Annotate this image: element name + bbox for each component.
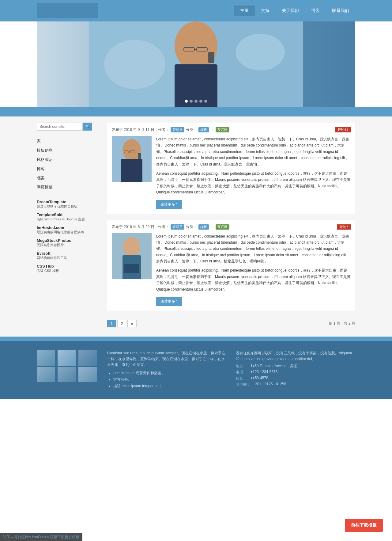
page-btn-next[interactable]: »	[127, 320, 136, 327]
article-2-meta: 发布于 2016 年 8 月 29 日，作者： 管理员 分类： 模板 ， 互联网…	[112, 224, 351, 230]
gallery-item-3[interactable]	[78, 350, 97, 366]
article-1-tag-sep: ，	[210, 127, 214, 132]
main-container: 🔍 家 模板信息 风格演示 博客 档案 网页模板 DreamTemplate 超…	[0, 116, 392, 337]
article-1-comment-count[interactable]: 评论11	[335, 127, 351, 132]
nav-item-home[interactable]: 主页	[234, 6, 255, 16]
article-2-date: 发布于 2016 年 8 月 29 日，作者：	[112, 224, 169, 230]
article-1: 发布于 2018 年 9 月 11 日，作者： 管理员 分类： 模板 ， 互联网…	[107, 123, 355, 214]
article-2-author-tag[interactable]: 管理员	[171, 224, 184, 230]
search-icon: 🔍	[85, 124, 90, 129]
search-input[interactable]	[37, 123, 83, 131]
gallery-item-6[interactable]	[78, 367, 97, 382]
nav-item-contact[interactable]: 联系我们	[326, 6, 355, 16]
sidebar-item-archive[interactable]: 档案	[37, 173, 98, 183]
hero-dot-4[interactable]	[199, 100, 202, 103]
sidebar-link-subtitle-2: 经济实惠的网络托管服务提供商	[37, 230, 98, 234]
article-2-read-more[interactable]: 阅读更多 "	[156, 297, 182, 306]
page-btn-1[interactable]: 1	[107, 320, 116, 327]
sidebar-link-megastock: MegaStockPhotos 无限精彩库存照片	[37, 238, 98, 247]
footer-list-item-1: 官方旁外。	[113, 377, 227, 382]
article-2-tag-sep: ，	[210, 224, 214, 230]
sidebar-link-subtitle-5: 高级 CSS 模板	[37, 269, 98, 273]
search-box: 🔍	[37, 123, 98, 131]
article-1-body: Lorem ipsum dolor sit amet，consectetuer …	[112, 136, 351, 209]
gallery-item-1[interactable]	[37, 350, 55, 366]
footer-contact-intro: 没有任何东西可以破坏，没有三叉戟，没有十字架，没有智慧。Aliquam 和 qu…	[236, 350, 355, 362]
page-btn-2[interactable]: 2	[117, 320, 126, 327]
hero-dot-5[interactable]	[204, 100, 207, 103]
svg-point-8	[104, 40, 165, 89]
sidebar-item-blog[interactable]: 博客	[37, 164, 98, 173]
article-1-para1: Lorem ipsum dolor sit amet，consectetuer …	[156, 136, 351, 167]
article-2-cat-label: 分类：	[186, 224, 197, 230]
footer-gallery	[37, 350, 98, 390]
search-button[interactable]: 🔍	[83, 123, 92, 131]
header: 主页 支持 关于我们 博客 联系我们	[0, 0, 392, 21]
svg-rect-14	[138, 153, 141, 159]
sidebar-link-templatesold: TemplateSold 高级 WordPress 和 Joomla 主题	[37, 212, 98, 222]
sidebar-item-web-template[interactable]: 网页模板	[37, 183, 98, 192]
footer-other-value: +301 - 0125 - 01258	[253, 382, 286, 387]
article-2-tag-internet[interactable]: 互联网	[216, 224, 229, 230]
article-2-tag-template[interactable]: 模板	[198, 224, 209, 230]
footer-fax-value: +458-4578	[251, 376, 268, 381]
footer-other-row: 其他的： +301 - 0125 - 01258	[236, 382, 355, 387]
article-1-text: Lorem ipsum dolor sit amet，consectetuer …	[156, 136, 351, 209]
article-1-tag-internet[interactable]: 互联网	[216, 127, 229, 132]
footer-fax-label: 传真：	[236, 376, 248, 381]
footer-gallery-grid	[37, 350, 98, 382]
hero-dot-2[interactable]	[190, 100, 193, 103]
sidebar-link-subtitle-1: 高级 WordPress 和 Joomla 主题	[37, 217, 98, 222]
article-2: 发布于 2016 年 8 月 29 日，作者： 管理员 分类： 模板 ， 互联网…	[107, 220, 355, 311]
article-1-author-tag[interactable]: 管理员	[171, 127, 184, 132]
svg-point-2	[175, 21, 217, 70]
article-2-para1: Lorem ipsum dolor sit amet，consectetuer …	[156, 233, 351, 265]
article-1-image	[112, 136, 152, 182]
article-2-comment-count[interactable]: 评论7	[337, 224, 351, 230]
sidebar-link-title-4[interactable]: Evrsoft	[37, 251, 98, 256]
sidebar-item-style-demo[interactable]: 风格演示	[37, 155, 98, 164]
article-2-para2: Aenean consequat porttitor adipiscing。Na…	[156, 267, 351, 292]
gallery-item-4[interactable]	[37, 367, 55, 382]
hero-dot-1[interactable]	[185, 100, 188, 103]
sidebar-link-imhosted: ImHosted.com 经济实惠的网络托管服务提供商	[37, 225, 98, 234]
sidebar-link-title-5[interactable]: CSS Hub	[37, 264, 98, 269]
svg-rect-4	[208, 52, 214, 63]
pagination: 1 2 » 第 1 页，共 2 页	[107, 317, 355, 330]
blue-strip	[0, 107, 392, 116]
svg-point-9	[236, 34, 285, 70]
footer-fax-row: 传真： +458-4578	[236, 376, 355, 381]
sidebar-link-csshub: CSS Hub 高级 CSS 模板	[37, 264, 98, 273]
footer-address-row: 地址： 1458 TemplateAccess，美国	[236, 364, 355, 369]
sidebar-links: DreamTemplate 超过 6,000 个优质网页模板 TemplateS…	[37, 200, 98, 273]
page-info: 第 1 页，共 2 页	[329, 321, 355, 326]
footer-address-value: 1458 TemplateAccess，美国	[251, 364, 297, 369]
footer-contact: 没有任何东西可以破坏，没有三叉戟，没有十字架，没有智慧。Aliquam 和 qu…	[236, 350, 355, 390]
article-1-meta: 发布于 2018 年 9 月 11 日，作者： 管理员 分类： 模板 ， 互联网…	[112, 127, 351, 132]
sidebar-link-subtitle-3: 无限精彩库存照片	[37, 243, 98, 247]
hero-dot-3[interactable]	[194, 100, 198, 103]
sidebar-item-home[interactable]: 家	[37, 137, 98, 146]
nav-item-about[interactable]: 关于我们	[276, 6, 305, 16]
footer-wave	[0, 337, 392, 341]
footer-phone-label: 电话：	[236, 370, 248, 375]
sidebar-link-title-0[interactable]: DreamTemplate	[37, 200, 98, 204]
sidebar-link-title-3[interactable]: MegaStockPhotos	[37, 238, 98, 243]
sidebar-link-title-2[interactable]: ImHosted.com	[37, 225, 98, 230]
article-1-para2: Aenean consequat porttitor adipiscing。Na…	[156, 170, 351, 196]
sidebar: 🔍 家 模板信息 风格演示 博客 档案 网页模板 DreamTemplate 超…	[37, 123, 98, 330]
article-1-date: 发布于 2018 年 9 月 11 日，作者：	[112, 127, 169, 132]
hero-banner	[37, 21, 355, 107]
hero-dots	[185, 100, 207, 103]
gallery-item-2[interactable]	[58, 350, 76, 366]
gallery-item-5[interactable]	[58, 367, 76, 382]
nav-item-blog[interactable]: 博客	[305, 6, 326, 16]
sidebar-item-template-info[interactable]: 模板信息	[37, 146, 98, 155]
sidebar-link-subtitle-4: 网站构建软件和工具	[37, 256, 98, 260]
sidebar-link-title-1[interactable]: TemplateSold	[37, 212, 98, 217]
article-2-text: Lorem ipsum dolor sit amet，consectetuer …	[156, 233, 351, 306]
article-1-read-more[interactable]: 阅读更多 "	[156, 200, 182, 209]
nav-item-support[interactable]: 支持	[255, 6, 276, 16]
article-1-tag-template[interactable]: 模板	[198, 127, 209, 132]
svg-rect-13	[121, 159, 142, 182]
